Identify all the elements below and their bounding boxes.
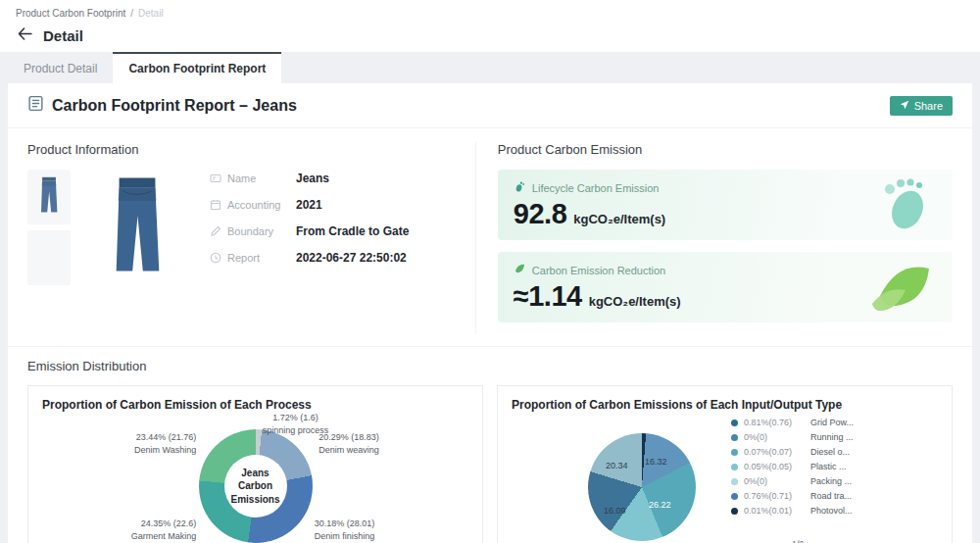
- donut-label-value: 24.35% (22.6): [131, 518, 197, 530]
- legend-item[interactable]: 0.05%(0.05) Plastic ...: [731, 462, 854, 471]
- legend-dot: [731, 420, 738, 426]
- lifecycle-emission-card: Lifecycle Carbon Emission 92.8 kgCO₂e/It…: [498, 170, 953, 240]
- donut-label-value: 20.29% (18.83): [318, 431, 379, 444]
- legend-item[interactable]: 0%(0) Running ...: [731, 432, 854, 442]
- donut-label-name: Denim weaving: [318, 445, 379, 455]
- legend-item[interactable]: 0.07%(0.07) Diesel o...: [731, 447, 854, 457]
- legend-name: Photovol...: [810, 506, 853, 516]
- top-bar: Product Carbon Footprint / Detail Detail: [0, 0, 980, 52]
- clock-icon: [210, 252, 221, 264]
- donut-label-garment-making: 24.35% (22.6) Garment Making: [131, 518, 197, 542]
- field-value: 2022-06-27 22:50:02: [296, 251, 407, 265]
- breadcrumb: Product Carbon Footprint / Detail: [16, 8, 964, 19]
- donut-label-name: Garment Making: [131, 531, 197, 541]
- product-fields: Name Jeans Accounting 2021 Boundary From…: [196, 170, 458, 285]
- donut-label-value: 1.72% (1.6): [242, 412, 350, 424]
- tab-product-detail[interactable]: Product Detail: [8, 52, 113, 83]
- back-arrow-icon: [18, 26, 32, 44]
- emission-reduction-value: ≈1.14: [514, 280, 582, 313]
- legend-dot: [731, 478, 738, 485]
- product-image: [78, 170, 196, 285]
- field-report-time: Report 2022-06-27 22:50:02: [210, 251, 458, 265]
- carbon-emission-title: Product Carbon Emission: [498, 142, 953, 157]
- tab-bar: Product Detail Carbon Footprint Report: [0, 52, 980, 83]
- carbon-emission-panel: Product Carbon Emission Lifecycle Carbon…: [476, 142, 953, 334]
- field-value: Jeans: [296, 172, 329, 185]
- field-value: From Cradle to Gate: [296, 224, 409, 238]
- share-button-label: Share: [914, 100, 943, 112]
- legend-name: Plastic ...: [810, 462, 847, 471]
- footprint-art-icon: [866, 174, 937, 239]
- field-label: Report: [227, 252, 296, 264]
- jeans-image: [106, 175, 169, 279]
- emission-reduction-unit: kgCO₂e/Item(s): [589, 294, 681, 309]
- legend-name: Grid Pow...: [810, 418, 854, 427]
- breadcrumb-root[interactable]: Product Carbon Footprint: [16, 8, 125, 19]
- io-type-chart: 20.34 16.32 26.22 16.09 0.81%(0.76) Grid…: [498, 414, 952, 543]
- lifecycle-emission-unit: kgCO₂e/Item(s): [573, 212, 665, 226]
- breadcrumb-separator: /: [130, 8, 133, 19]
- legend-percent: 0.01%(0.01): [744, 506, 805, 516]
- legend-dot: [731, 464, 738, 470]
- donut-label-name: Denim Washing: [134, 445, 196, 455]
- footprint-small-icon: [514, 180, 526, 195]
- product-information-body: Name Jeans Accounting 2021 Boundary From…: [27, 170, 458, 285]
- legend-item[interactable]: 0%(0) Packing ...: [731, 476, 854, 486]
- donut-label-weaving: 20.29% (18.83) Denim weaving: [318, 431, 379, 456]
- legend-name: Diesel o...: [810, 447, 850, 457]
- process-chart: Jeans Carbon Emissions 1.72% (1.6) spinn…: [28, 414, 482, 543]
- pie-slice-label: 26.22: [649, 500, 671, 510]
- chart-boxes: Proportion of Carbon Emission of Each Pr…: [27, 385, 953, 543]
- product-thumbnail-empty[interactable]: [27, 230, 71, 285]
- legend-item[interactable]: 0.76%(0.71) Road tra...: [731, 491, 854, 501]
- breadcrumb-current: Detail: [138, 8, 164, 19]
- product-information-title: Product Information: [27, 142, 458, 157]
- field-boundary: Boundary From Cradle to Gate: [210, 224, 458, 238]
- pie-slice-label: 20.34: [606, 461, 628, 470]
- field-label: Accounting: [227, 199, 296, 211]
- jeans-thumbnail-image: [37, 176, 61, 218]
- donut-label-finishing: 30.18% (28.01) Denim finishing: [315, 518, 375, 542]
- report-title-group: Carbon Footprint Report – Jeans: [27, 95, 297, 116]
- emission-distribution-section: Emission Distribution Proportion of Carb…: [8, 346, 972, 543]
- legend-name: Road tra...: [810, 491, 852, 501]
- product-thumbnail[interactable]: [27, 170, 71, 224]
- page-title-row: Detail: [16, 19, 964, 52]
- io-type-chart-box: Proportion of Carbon Emissions of Each I…: [497, 385, 953, 543]
- legend-dot: [731, 434, 738, 441]
- legend-pager: ▲ 1/9 ▼: [780, 539, 815, 543]
- field-label: Boundary: [227, 225, 296, 237]
- legend-percent: 0.76%(0.71): [744, 491, 805, 501]
- report-card: Carbon Footprint Report – Jeans Share Pr…: [8, 83, 972, 543]
- share-icon: [900, 100, 909, 112]
- app-window: Product Carbon Footprint / Detail Detail…: [0, 0, 980, 543]
- legend-percent: 0.81%(0.76): [744, 418, 805, 427]
- back-button[interactable]: [16, 26, 33, 44]
- share-button[interactable]: Share: [890, 96, 953, 116]
- legend-dot: [731, 493, 738, 500]
- summary-section: Product Information: [8, 128, 972, 346]
- legend-item[interactable]: 0.81%(0.76) Grid Pow...: [731, 418, 854, 427]
- emission-distribution-title: Emission Distribution: [27, 359, 953, 373]
- legend-item[interactable]: 0.01%(0.01) Photovol...: [731, 506, 854, 516]
- field-label: Name: [227, 173, 296, 184]
- tab-carbon-footprint-report[interactable]: Carbon Footprint Report: [113, 52, 281, 83]
- process-donut-center: Jeans Carbon Emissions: [224, 455, 287, 518]
- legend-percent: 0.05%(0.05): [744, 462, 805, 471]
- io-pie-circle: [588, 433, 696, 541]
- legend-percent: 0%(0): [744, 476, 805, 486]
- legend-percent: 0.07%(0.07): [744, 447, 805, 457]
- legend-page-indicator: 1/9: [792, 539, 805, 543]
- emission-reduction-label: Carbon Emission Reduction: [532, 265, 665, 276]
- donut-center-line2: Carbon Emissions: [224, 479, 287, 506]
- lifecycle-emission-label: Lifecycle Carbon Emission: [532, 182, 660, 194]
- legend-dot: [731, 508, 738, 515]
- donut-label-washing: 23.44% (21.76) Denim Washing: [134, 431, 196, 456]
- emission-reduction-card: Carbon Emission Reduction ≈1.14 kgCO₂e/I…: [498, 252, 953, 322]
- product-information-panel: Product Information: [27, 142, 476, 334]
- name-card-icon: [210, 173, 221, 184]
- report-title: Carbon Footprint Report – Jeans: [52, 97, 297, 115]
- pie-slice-label: 16.09: [604, 506, 626, 516]
- donut-center-line1: Jeans: [241, 467, 269, 480]
- donut-label-name: Denim finishing: [315, 531, 375, 541]
